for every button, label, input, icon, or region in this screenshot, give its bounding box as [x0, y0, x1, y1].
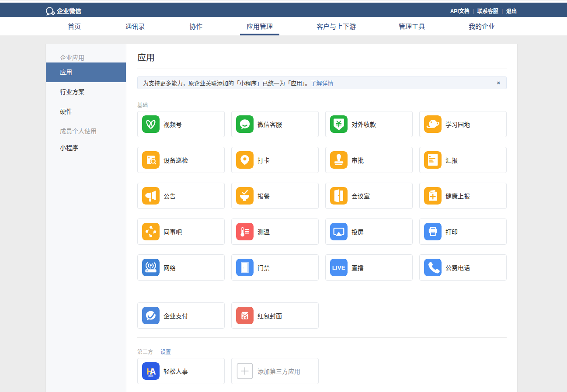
svg-text:LIVE: LIVE — [332, 264, 345, 271]
svg-text:A: A — [150, 367, 156, 376]
svg-text:同天下: 同天下 — [149, 375, 153, 377]
